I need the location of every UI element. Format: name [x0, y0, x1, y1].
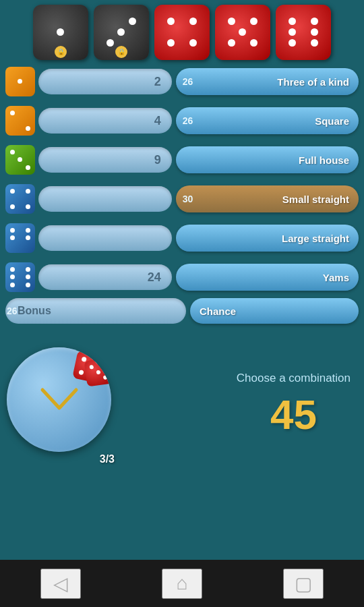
- score-row-3: 9 Full house: [5, 142, 359, 177]
- back-icon: ◁: [53, 573, 68, 595]
- die-icon-6: [5, 262, 35, 292]
- left-panel-6: 24: [5, 262, 172, 292]
- choose-label: Choose a combination: [237, 372, 351, 385]
- die-5[interactable]: [276, 5, 331, 60]
- score-bar-2: 4: [38, 108, 172, 134]
- die-icon-3: [5, 145, 35, 175]
- die-icon-1: [5, 67, 35, 96]
- apps-icon: ▢: [295, 573, 312, 595]
- score-bar-6: 24: [38, 264, 172, 290]
- right-panel-5: Large straight: [176, 225, 359, 252]
- full-house-label: Full house: [299, 154, 349, 166]
- total-score: 45: [270, 391, 317, 438]
- nav-bar: ◁ ⌂ ▢: [0, 560, 364, 607]
- chance-label: Chance: [200, 306, 236, 317]
- die-1-lock: 🔒: [55, 46, 67, 58]
- right-info: Choose a combination 45: [237, 372, 351, 438]
- left-panel-3: 9: [5, 145, 172, 175]
- score-row-5: Large straight: [5, 221, 359, 256]
- score-bar-1: 2: [38, 69, 172, 94]
- roll-counter: 3/3: [100, 453, 115, 465]
- chevron-icon: [39, 386, 80, 413]
- score-row-2: 4 26 Square: [5, 103, 359, 138]
- bonus-btn[interactable]: Bonus: [5, 298, 186, 324]
- home-icon: ⌂: [177, 573, 188, 594]
- roll-circle[interactable]: [7, 347, 111, 452]
- score-value-3: 9: [154, 153, 161, 167]
- small-straight-btn[interactable]: 30 Small straight: [176, 185, 359, 212]
- die-2-lock: 🔒: [115, 46, 127, 58]
- right-panel-1: 26 Three of a kind: [176, 68, 359, 95]
- dice-area: 🔒 🔒: [0, 0, 364, 64]
- square-btn[interactable]: 26 Square: [176, 107, 359, 134]
- die-icon-2: [5, 106, 35, 136]
- die-1[interactable]: 🔒: [33, 5, 88, 60]
- left-panel-5: [5, 223, 172, 253]
- score-row-6: 24 Yams: [5, 260, 359, 295]
- yams-btn[interactable]: Yams: [176, 264, 359, 291]
- bonus-chance-row: Bonus 26 Chance: [0, 295, 364, 327]
- square-label: Square: [315, 115, 349, 127]
- nav-apps-btn[interactable]: ▢: [283, 569, 324, 599]
- left-panel-1: 2: [5, 67, 172, 96]
- score-bar-3: 9: [38, 147, 172, 173]
- yams-label: Yams: [323, 272, 349, 283]
- score-value-2: 4: [154, 114, 161, 128]
- large-straight-label: Large straight: [282, 233, 349, 244]
- three-of-kind-score: 26: [183, 76, 193, 87]
- score-bar-5: [38, 225, 172, 251]
- chance-btn[interactable]: 26 Chance: [190, 298, 359, 324]
- right-panel-4: 30 Small straight: [176, 185, 359, 212]
- die-3[interactable]: [154, 5, 210, 60]
- bottom-section: 3/3 Choose a combination 45: [0, 334, 364, 469]
- nav-home-btn[interactable]: ⌂: [162, 569, 202, 599]
- three-of-kind-btn[interactable]: 26 Three of a kind: [176, 68, 359, 95]
- die-icon-5: [5, 223, 35, 253]
- score-bar-4: [38, 186, 172, 212]
- full-house-btn[interactable]: Full house: [176, 146, 359, 173]
- die-2[interactable]: 🔒: [94, 5, 149, 60]
- left-panel-4: [5, 184, 172, 214]
- die-icon-4: [5, 184, 35, 214]
- score-row-1: 2 26 Three of a kind: [5, 64, 359, 99]
- small-straight-label: Small straight: [282, 194, 349, 205]
- right-panel-2: 26 Square: [176, 107, 359, 134]
- square-score: 26: [183, 115, 193, 126]
- score-row-4: 30 Small straight: [5, 181, 359, 216]
- small-straight-score: 30: [183, 194, 193, 204]
- score-value-1: 2: [154, 75, 161, 89]
- bonus-label: Bonus: [18, 305, 51, 317]
- score-section: 2 26 Three of a kind 4: [0, 64, 364, 295]
- nav-back-btn[interactable]: ◁: [40, 569, 81, 599]
- left-panel-2: 4: [5, 106, 172, 136]
- chance-score: 26: [7, 306, 18, 316]
- die-4[interactable]: [215, 5, 270, 60]
- large-straight-btn[interactable]: Large straight: [176, 225, 359, 252]
- three-of-kind-label: Three of a kind: [277, 76, 349, 88]
- score-value-6: 24: [148, 270, 161, 285]
- right-panel-6: Yams: [176, 264, 359, 291]
- dice-roll-area[interactable]: 3/3: [7, 347, 121, 462]
- right-panel-3: Full house: [176, 146, 359, 173]
